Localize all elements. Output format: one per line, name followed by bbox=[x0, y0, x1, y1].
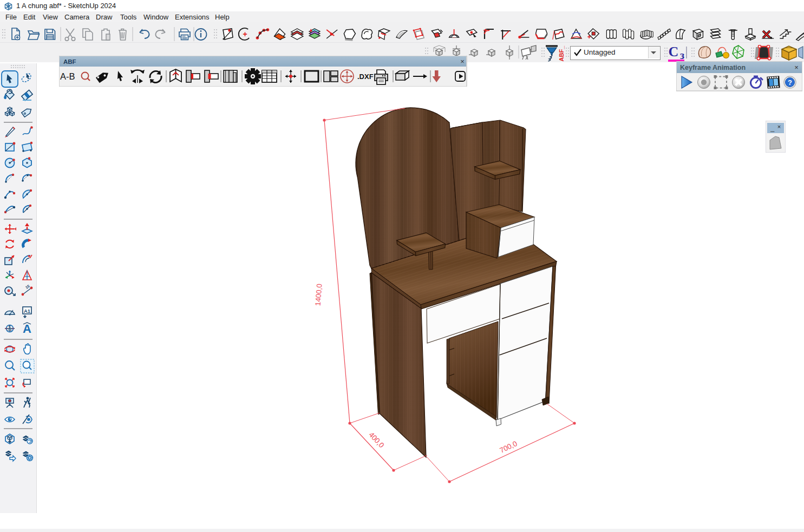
svg-text:1400,0: 1400,0 bbox=[314, 284, 324, 306]
svg-text:700,0: 700,0 bbox=[499, 439, 519, 455]
svg-text:400,0: 400,0 bbox=[367, 430, 385, 449]
svg-text:×: × bbox=[777, 123, 781, 130]
svg-text:×: × bbox=[794, 63, 799, 71]
svg-text:A-B: A-B bbox=[60, 71, 75, 81]
svg-text:Keyframe Animation: Keyframe Animation bbox=[680, 64, 746, 71]
svg-text:...: ... bbox=[770, 128, 775, 133]
svg-text:?: ? bbox=[788, 78, 792, 87]
svg-text:×: × bbox=[460, 57, 465, 65]
svg-text:.DXF: .DXF bbox=[357, 73, 374, 81]
svg-text:ABF: ABF bbox=[63, 58, 76, 65]
svg-text:+: + bbox=[243, 30, 247, 38]
